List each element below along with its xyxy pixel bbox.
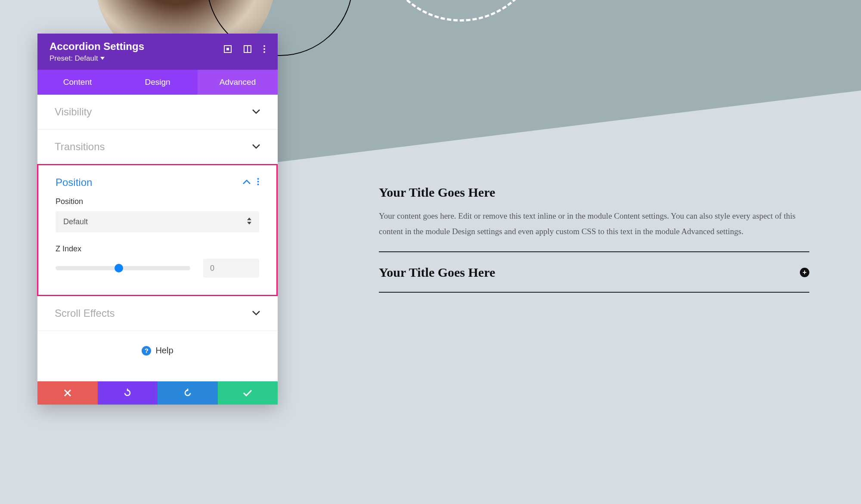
zindex-input[interactable] [203,259,259,278]
chevron-up-icon [242,179,251,186]
close-icon [64,389,71,397]
preset-selector[interactable]: Preset: Default [50,54,105,63]
section-transitions: Transitions [37,130,278,164]
accordion-item-title: Your Title Goes Here [379,265,495,280]
settings-panel: Accordion Settings Preset: Default Conte… [37,34,278,405]
section-transitions-toggle[interactable]: Transitions [37,130,278,164]
check-icon [243,390,252,396]
section-position-title: Position [56,176,92,189]
section-visibility: Visibility [37,95,278,130]
save-button[interactable] [218,381,278,405]
svg-point-5 [263,48,265,50]
cancel-button[interactable] [37,381,98,405]
accordion-item-body: Your content goes here. Edit or remove t… [379,208,809,239]
zindex-field-label: Z Index [56,244,259,254]
accordion-item[interactable]: Your Title Goes Here + [379,265,809,293]
slider-thumb[interactable] [115,264,123,272]
chevron-down-icon [252,108,260,116]
chevron-down-icon [252,309,260,317]
snap-icon[interactable] [243,45,252,55]
sort-caret-icon [247,217,251,226]
position-select[interactable]: Default [56,211,259,232]
accordion-item[interactable]: Your Title Goes Here Your content goes h… [379,185,809,252]
redo-icon [183,388,192,398]
position-field-label: Position [56,197,259,206]
section-scroll-effects-toggle[interactable]: Scroll Effects [37,296,278,331]
svg-point-7 [257,178,259,180]
more-icon[interactable] [257,178,259,187]
panel-title: Accordion Settings [50,40,223,53]
position-select-value: Default [63,217,88,226]
accordion-item-title: Your Title Goes Here [379,185,809,200]
help-label: Help [155,346,173,356]
section-visibility-title: Visibility [55,106,92,118]
svg-point-9 [257,184,259,186]
position-section-highlight: Position Position Default Z Index [37,164,278,296]
section-position-toggle[interactable]: Position [38,165,276,197]
tab-design[interactable]: Design [118,70,198,95]
expand-icon[interactable] [223,45,232,55]
help-icon: ? [142,346,151,356]
section-transitions-title: Transitions [55,141,105,153]
chevron-down-icon [252,143,260,151]
undo-icon [123,388,132,398]
section-position-body: Position Default Z Index [38,197,276,295]
footer-buttons [37,381,278,405]
zindex-slider[interactable] [56,266,190,270]
undo-button[interactable] [98,381,158,405]
section-visibility-toggle[interactable]: Visibility [37,95,278,129]
preset-label: Preset: Default [50,54,98,63]
more-icon[interactable] [263,45,266,55]
section-scroll-effects-title: Scroll Effects [55,307,115,319]
accordion-preview: Your Title Goes Here Your content goes h… [379,185,809,306]
svg-point-6 [263,51,265,53]
tabs-bar: Content Design Advanced [37,70,278,95]
svg-point-8 [257,181,259,182]
svg-rect-1 [226,48,229,50]
svg-point-4 [263,45,265,47]
tab-advanced[interactable]: Advanced [198,70,278,95]
redo-button[interactable] [158,381,218,405]
caret-down-icon [100,57,105,60]
help-link[interactable]: ? Help [37,331,278,381]
tab-content[interactable]: Content [37,70,118,95]
panel-header[interactable]: Accordion Settings Preset: Default [37,34,278,70]
plus-icon: + [800,268,809,277]
section-scroll-effects: Scroll Effects [37,296,278,331]
